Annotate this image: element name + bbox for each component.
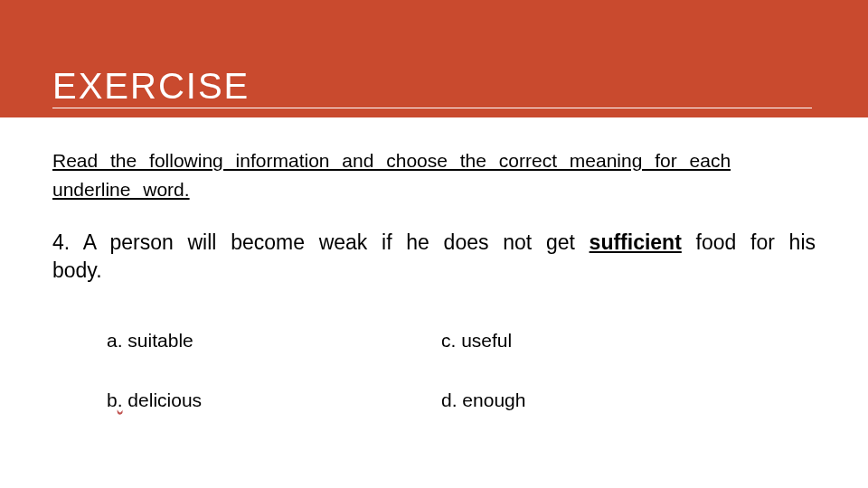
option-c-text: useful: [456, 330, 512, 351]
option-b[interactable]: b. delicious: [107, 389, 423, 411]
question-keyword: sufficient: [590, 230, 682, 254]
question-text: 4. A person will become weak if he does …: [52, 229, 816, 285]
option-d[interactable]: d. enough: [441, 389, 758, 411]
option-d-label: d.: [441, 389, 458, 410]
question-prefix: 4. A person will become weak if he does …: [52, 230, 590, 254]
title-underline: [52, 108, 812, 108]
option-a-text: suitable: [123, 330, 193, 351]
option-a[interactable]: a. suitable: [107, 330, 423, 352]
page-title: EXERCISE: [52, 66, 250, 107]
option-c[interactable]: c. useful: [441, 330, 758, 352]
content-area: Read the following information and choos…: [0, 117, 868, 411]
option-d-text: enough: [458, 389, 526, 410]
option-a-label: a.: [107, 330, 123, 351]
header-bar: EXERCISE: [0, 0, 868, 117]
options-grid: a. suitable c. useful b. delicious d. en…: [52, 330, 758, 411]
instruction-text: Read the following information and choos…: [52, 146, 816, 203]
option-b-text: delicious: [123, 389, 203, 410]
option-c-label: c.: [441, 330, 456, 351]
option-b-label: b: [107, 389, 118, 410]
